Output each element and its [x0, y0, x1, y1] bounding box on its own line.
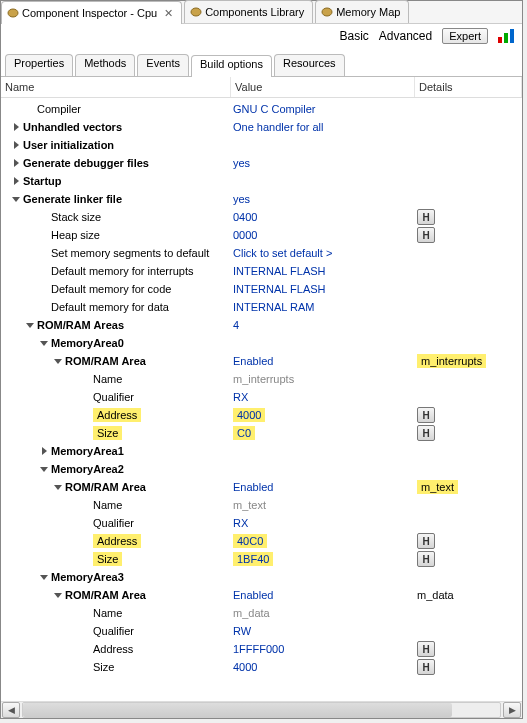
prop-value[interactable]: Enabled	[233, 589, 273, 601]
table-row[interactable]: Startup	[3, 172, 520, 190]
table-row[interactable]: ROM/RAM Areas4	[3, 316, 520, 334]
table-row[interactable]: QualifierRX	[3, 388, 520, 406]
prop-value[interactable]: One handler for all	[233, 121, 324, 133]
prop-value[interactable]: GNU C Compiler	[233, 103, 316, 115]
prop-value[interactable]: C0	[233, 426, 255, 440]
table-row[interactable]: ROM/RAM AreaEnabledm_interrupts	[3, 352, 520, 370]
table-row[interactable]: Namem_text	[3, 496, 520, 514]
prop-value[interactable]: RX	[233, 391, 248, 403]
expand-icon[interactable]	[39, 446, 49, 456]
table-row[interactable]: MemoryArea1	[3, 442, 520, 460]
prop-value[interactable]: INTERNAL RAM	[233, 301, 315, 313]
scroll-right-icon[interactable]: ▶	[503, 702, 521, 718]
table-row[interactable]: MemoryArea3	[3, 568, 520, 586]
table-row[interactable]: Set memory segments to defaultClick to s…	[3, 244, 520, 262]
mode-expert[interactable]: Expert	[442, 28, 488, 44]
expand-icon[interactable]	[11, 122, 21, 132]
prop-value[interactable]: 4000	[233, 661, 257, 673]
prop-value[interactable]: m_text	[233, 499, 266, 511]
table-row[interactable]: Namem_interrupts	[3, 370, 520, 388]
tab-component-inspector[interactable]: Component Inspector - Cpu ✕	[1, 1, 182, 24]
prop-value[interactable]: 0000	[233, 229, 257, 241]
tab-components-library[interactable]: Components Library	[184, 0, 313, 23]
table-row[interactable]: CompilerGNU C Compiler	[3, 100, 520, 118]
tab-memory-map[interactable]: Memory Map	[315, 0, 409, 23]
table-row[interactable]: Default memory for codeINTERNAL FLASH	[3, 280, 520, 298]
table-row[interactable]: Address4000H	[3, 406, 520, 424]
prop-value[interactable]: Enabled	[233, 355, 273, 367]
prop-value[interactable]: 4000	[233, 408, 265, 422]
hex-button[interactable]: H	[417, 209, 435, 225]
collapse-icon[interactable]	[39, 338, 49, 348]
prop-value[interactable]: INTERNAL FLASH	[233, 265, 326, 277]
hex-button[interactable]: H	[417, 425, 435, 441]
mode-basic[interactable]: Basic	[339, 29, 368, 43]
table-row[interactable]: Default memory for interruptsINTERNAL FL…	[3, 262, 520, 280]
prop-value[interactable]: 1BF40	[233, 552, 273, 566]
tab-build-options[interactable]: Build options	[191, 55, 272, 77]
prop-value[interactable]: yes	[233, 157, 250, 169]
collapse-icon[interactable]	[39, 464, 49, 474]
collapse-icon[interactable]	[25, 320, 35, 330]
table-row[interactable]: Default memory for dataINTERNAL RAM	[3, 298, 520, 316]
hex-button[interactable]: H	[417, 641, 435, 657]
collapse-icon[interactable]	[53, 482, 63, 492]
prop-value[interactable]: RW	[233, 625, 251, 637]
table-row[interactable]: QualifierRX	[3, 514, 520, 532]
hex-button[interactable]: H	[417, 533, 435, 549]
tab-events[interactable]: Events	[137, 54, 189, 76]
table-row[interactable]: Size1BF40H	[3, 550, 520, 568]
tab-methods[interactable]: Methods	[75, 54, 135, 76]
scroll-track[interactable]	[22, 702, 501, 718]
table-row[interactable]: SizeC0H	[3, 424, 520, 442]
table-row[interactable]: ROM/RAM AreaEnabledm_data	[3, 586, 520, 604]
hex-button[interactable]: H	[417, 227, 435, 243]
close-icon[interactable]: ✕	[164, 7, 173, 20]
table-row[interactable]: QualifierRW	[3, 622, 520, 640]
collapse-icon[interactable]	[53, 590, 63, 600]
scroll-thumb[interactable]	[23, 703, 452, 717]
prop-value[interactable]: yes	[233, 193, 250, 205]
prop-value[interactable]: 40C0	[233, 534, 267, 548]
expand-icon[interactable]	[11, 140, 21, 150]
table-row[interactable]: Generate debugger filesyes	[3, 154, 520, 172]
col-header-value[interactable]: Value	[231, 77, 415, 97]
prop-value[interactable]: 1FFFF000	[233, 643, 284, 655]
table-row[interactable]: Namem_data	[3, 604, 520, 622]
property-tree[interactable]: CompilerGNU C CompilerUnhandled vectorsO…	[1, 98, 522, 701]
expand-icon[interactable]	[11, 158, 21, 168]
table-row[interactable]: ROM/RAM AreaEnabledm_text	[3, 478, 520, 496]
bar-chart-icon[interactable]	[498, 29, 516, 43]
hex-button[interactable]: H	[417, 659, 435, 675]
tab-properties[interactable]: Properties	[5, 54, 73, 76]
prop-value[interactable]: INTERNAL FLASH	[233, 283, 326, 295]
prop-value[interactable]: RX	[233, 517, 248, 529]
col-header-name[interactable]: Name	[1, 77, 231, 97]
tab-resources[interactable]: Resources	[274, 54, 345, 76]
table-row[interactable]: Address1FFFF000H	[3, 640, 520, 658]
table-row[interactable]: Size4000H	[3, 658, 520, 676]
table-row[interactable]: Stack size0400H	[3, 208, 520, 226]
prop-value[interactable]: m_interrupts	[233, 373, 294, 385]
table-row[interactable]: Address40C0H	[3, 532, 520, 550]
scroll-left-icon[interactable]: ◀	[2, 702, 20, 718]
table-row[interactable]: Unhandled vectorsOne handler for all	[3, 118, 520, 136]
col-header-details[interactable]: Details	[415, 77, 522, 97]
hex-button[interactable]: H	[417, 551, 435, 567]
mode-advanced[interactable]: Advanced	[379, 29, 432, 43]
table-row[interactable]: MemoryArea2	[3, 460, 520, 478]
collapse-icon[interactable]	[11, 194, 21, 204]
horizontal-scrollbar[interactable]: ◀ ▶	[1, 701, 522, 718]
prop-value[interactable]: 0400	[233, 211, 257, 223]
hex-button[interactable]: H	[417, 407, 435, 423]
table-row[interactable]: Generate linker fileyes	[3, 190, 520, 208]
collapse-icon[interactable]	[39, 572, 49, 582]
table-row[interactable]: Heap size0000H	[3, 226, 520, 244]
table-row[interactable]: User initialization	[3, 136, 520, 154]
prop-value[interactable]: 4	[233, 319, 239, 331]
prop-value[interactable]: Click to set default >	[233, 247, 332, 259]
expand-icon[interactable]	[11, 176, 21, 186]
collapse-icon[interactable]	[53, 356, 63, 366]
prop-value[interactable]: m_data	[233, 607, 270, 619]
prop-value[interactable]: Enabled	[233, 481, 273, 493]
